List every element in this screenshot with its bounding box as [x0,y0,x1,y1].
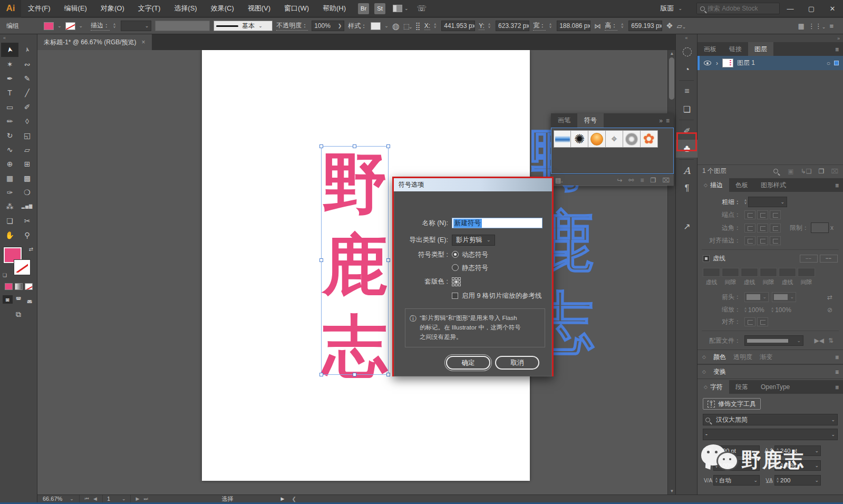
symbol-ink-splatter[interactable]: ✺ [571,130,588,148]
chevron-down-icon[interactable]: ⌄ [404,6,409,11]
registration-point-selector[interactable] [452,277,461,286]
new-layer-icon[interactable]: ❐ [818,168,824,175]
close-button[interactable]: ✕ [822,2,843,15]
tab-gradient[interactable]: 渐变 [760,353,772,362]
nine-slice-checkbox[interactable]: 启用 9 格切片缩放的参考线 [452,292,541,301]
search-input[interactable] [708,5,771,12]
scroll-up-icon[interactable]: ▲ [668,51,676,56]
next-artboard-icon[interactable]: ▶ [136,496,140,501]
layer-target-icon[interactable]: ○ [827,60,830,67]
pen-tool[interactable]: ✒ [1,71,18,85]
new-symbol-icon[interactable]: ❐ [650,177,656,184]
symbol-twirl-ring[interactable] [623,130,641,148]
y-field[interactable]: 623.372 px [496,21,529,31]
layer-selection-square[interactable] [834,61,839,65]
tab-graphic-styles[interactable]: 图形样式 [754,178,792,192]
width-tool[interactable]: ∿ [1,142,18,157]
toolbar-collapse-icon[interactable]: « [0,34,37,43]
draw-behind-icon[interactable]: ◚ [14,295,24,304]
symbol-orange-orb[interactable] [588,130,606,148]
fill-stroke-control[interactable]: ⇄ ❏ [3,246,34,279]
direct-selection-tool[interactable]: ➢ [18,43,36,57]
dash-field[interactable] [703,268,720,277]
gap-field[interactable] [722,268,739,277]
font-size-field[interactable]: ˄˅200 pt⌄ [713,445,760,456]
gradient-button[interactable] [15,283,23,290]
selection-handle[interactable] [353,373,356,376]
curvature-tool[interactable]: ✎ [18,71,36,85]
character-styles-panel-icon[interactable]: ¶ [676,179,698,197]
fill-color-swatch[interactable] [44,22,54,30]
shaper-tool[interactable]: ✏ [1,114,18,128]
tab-close-icon[interactable]: × [142,38,146,46]
tab-layers[interactable]: 图层 [748,42,773,56]
selection-bounding-box[interactable] [321,146,389,375]
layer-row[interactable]: › 图层 1 ○ [697,56,843,70]
stroke-stepper[interactable]: ˄˅ [113,23,115,28]
tab-brushes[interactable]: 画笔 [551,113,577,128]
gap-field[interactable] [798,268,815,277]
menu-file[interactable]: 文件(F) [21,0,57,17]
gap-field[interactable] [760,268,777,277]
rotate-tool[interactable]: ↻ [1,128,18,142]
symbol-blue-ribbon[interactable] [554,130,571,148]
blend-tool[interactable]: ❍ [18,185,36,199]
stroke-weight-field[interactable]: ⌄ [121,21,151,31]
locate-object-icon[interactable] [773,168,781,175]
last-artboard-icon[interactable]: ⏭ [143,496,148,502]
ok-button[interactable]: 确定 [446,356,490,370]
mesh-tool[interactable]: ▦ [1,171,18,185]
dash-field[interactable] [741,268,758,277]
panel-menu-icon[interactable]: ≡ [835,354,839,361]
tab-character[interactable]: ◇字符 [697,380,729,394]
projecting-cap-button[interactable] [770,210,781,219]
export-panel-icon[interactable]: ↗ [676,217,698,235]
hand-tool[interactable]: ✋ [1,228,18,242]
round-join-button[interactable] [757,224,768,232]
clipping-mask-icon[interactable]: ▣ [788,168,793,175]
color-button[interactable] [5,283,13,290]
chevron-down-icon[interactable]: ⌄ [57,24,62,28]
maximize-button[interactable]: ▢ [801,2,822,15]
zoom-level-dropdown[interactable]: 66.67% ⌄ [37,495,80,502]
graph-tool[interactable]: ▂▅▇ [18,199,36,214]
layer-expand-icon[interactable]: › [716,60,718,67]
minimize-button[interactable]: — [780,2,801,15]
dock-collapse-icon[interactable]: « [676,34,697,43]
scrollbar-thumb[interactable] [669,57,674,100]
chevron-down-icon[interactable]: ⌄ [831,432,835,437]
opacity-more-icon[interactable]: ❯ [338,24,342,28]
default-fill-stroke-icon[interactable]: ❏ [3,273,7,278]
panel-expand-icon[interactable]: » [837,36,840,41]
menu-object[interactable]: 对象(O) [94,0,131,17]
magic-wand-tool[interactable]: ✶ [1,57,18,71]
gradient-panel-icon[interactable]: ◔ [676,61,698,79]
panel-menu-icon[interactable]: ≡ [835,384,839,391]
leading-field[interactable]: ˄˅240 pt⌄ [774,445,821,456]
tab-opentype[interactable]: OpenType [754,380,796,394]
tab-paragraph[interactable]: 段落 [729,380,754,394]
slice-tool[interactable]: ✂ [18,214,36,228]
prev-artboard-icon[interactable]: ◀ [93,496,97,501]
glyphs-panel-icon[interactable]: A [676,161,698,179]
selection-handle[interactable] [386,144,390,148]
arrow-scale-end[interactable]: 100% [775,306,798,314]
tab-links[interactable]: 链接 [723,42,748,56]
selection-handle[interactable] [386,373,390,376]
place-arrow-button[interactable] [757,317,768,326]
stroke-swatch[interactable] [14,260,30,275]
menu-type[interactable]: 文字(T) [131,0,168,17]
butt-cap-button[interactable] [744,210,755,219]
menu-view[interactable]: 视图(V) [241,0,277,17]
kerning-field[interactable]: ˄˅自动⌄ [713,475,760,486]
font-style-field[interactable]: - ⌄ [703,429,838,440]
dashed-line-checkbox[interactable]: 虚线 [703,254,725,263]
document-tab[interactable]: 未标题-1* @ 66.67% (RGB/预览) × [37,34,152,50]
tab-symbols[interactable]: 符号 [577,113,604,128]
arrowhead-start-dropdown[interactable]: ⌄ [744,292,769,302]
pathfinder-panel-icon[interactable]: ❏ [676,100,698,118]
width-field[interactable]: 188.086 px [557,21,590,31]
graphic-style-swatch[interactable] [371,22,381,30]
eraser-tool[interactable]: ◊ [18,114,36,128]
artboard-tool[interactable]: ❏ [1,214,18,228]
